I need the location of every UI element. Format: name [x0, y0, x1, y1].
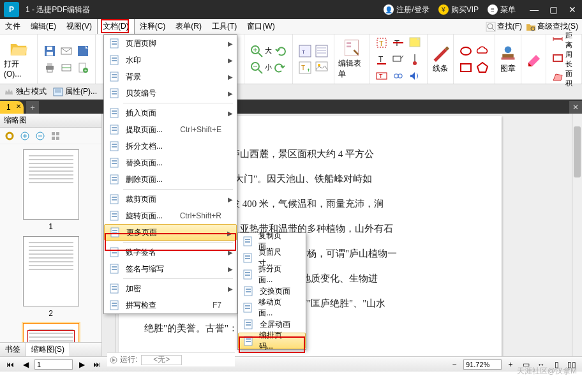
link-button[interactable] [391, 68, 406, 84]
vertical-scrollbar[interactable] [572, 114, 582, 356]
thumb-zoomout-button[interactable] [33, 129, 47, 143]
edit-form-button[interactable]: 编辑表单 [338, 39, 366, 80]
new-tab-button[interactable]: ＋ [26, 101, 39, 114]
lines-button[interactable]: 线条 [431, 44, 449, 74]
menu-window[interactable]: 窗口(W) [242, 19, 280, 34]
maximize-button[interactable]: ▢ [544, 0, 563, 19]
dd-sub-item[interactable]: 拆分页面... [238, 266, 306, 283]
form-edit-button[interactable] [314, 43, 329, 59]
dd-sub-item[interactable]: 编排页码... [238, 333, 306, 349]
zoom-in-button[interactable] [249, 43, 264, 59]
thumbnails-tab[interactable]: 缩略图(S) [26, 343, 70, 356]
single-page-button[interactable]: ▯ [550, 359, 563, 370]
dd-item[interactable]: 拼写检查F7 [104, 297, 237, 313]
menu-file[interactable]: 文件 [0, 19, 26, 34]
zoom-in-st-button[interactable]: + [504, 359, 517, 370]
add-text-button[interactable]: T+ [297, 60, 313, 75]
open-button[interactable]: 打开(O)... [4, 40, 33, 79]
print-button[interactable] [42, 60, 57, 75]
thumb-view-button[interactable] [48, 129, 63, 143]
attachment-icon[interactable] [407, 52, 422, 67]
sound-button[interactable] [407, 68, 422, 84]
close-button[interactable]: ✕ [563, 0, 582, 19]
run-select[interactable]: <无> [141, 355, 182, 365]
undo-button[interactable] [272, 43, 288, 59]
svg-rect-122 [112, 305, 117, 306]
tab-1[interactable]: 1 ✕ [0, 101, 24, 114]
buy-vip-button[interactable]: ¥ 购买VIP [438, 4, 479, 15]
stamp-button[interactable]: 图章 [499, 44, 517, 74]
minimize-button[interactable]: — [525, 0, 544, 19]
bookmarks-tab[interactable]: 书签 [0, 343, 26, 356]
dd-item[interactable]: 背景▶ [104, 68, 237, 85]
redo-button[interactable] [272, 60, 288, 75]
textbox-button[interactable]: T [374, 68, 389, 84]
fit-page-button[interactable]: ▭ [519, 359, 532, 370]
dd-item[interactable]: 数字签名▶ [104, 244, 237, 260]
dd-sub-item[interactable]: 移动页面... [238, 299, 306, 316]
menu-edit[interactable]: 编辑(E) [26, 19, 61, 34]
thumbnail-page-1[interactable]: 1 [23, 149, 79, 231]
tab-close-icon[interactable]: ✕ [16, 103, 21, 110]
dd-item[interactable]: 旋转页面...Ctrl+Shift+R [104, 207, 237, 224]
dd-item[interactable]: 插入页面▶ [104, 105, 237, 121]
dd-item[interactable]: 贝茨编号▶ [104, 85, 237, 102]
menu-comment[interactable]: 注释(C) [135, 19, 171, 34]
save-button[interactable] [42, 43, 57, 59]
highlight-button[interactable]: T [374, 35, 389, 50]
dd-item[interactable]: 替换页面... [104, 155, 237, 171]
sticky-button[interactable] [407, 35, 422, 50]
dd-item[interactable]: 拆分文档... [104, 138, 237, 155]
login-button[interactable]: 👤 注册/登录 [384, 4, 429, 15]
last-page-button[interactable]: ⏭ [91, 359, 103, 370]
menu-form[interactable]: 表单(R) [170, 19, 207, 34]
thumbnail-page-2[interactable]: 2 [23, 236, 79, 318]
perimeter-button[interactable] [551, 50, 564, 66]
prev-page-button[interactable]: ◀ [19, 359, 32, 370]
dd-item[interactable]: 裁剪页面▶ [104, 191, 237, 207]
zoom-input[interactable] [463, 359, 502, 370]
dd-item[interactable]: 加密▶ [104, 280, 237, 297]
ellipse-button[interactable] [458, 43, 474, 59]
new-doc-button[interactable]: + [75, 60, 91, 75]
first-page-button[interactable]: ⏮ [4, 359, 17, 370]
menu-view[interactable]: 视图(V) [61, 19, 97, 34]
zoom-out-button[interactable] [249, 60, 264, 75]
strike-button[interactable]: T [391, 35, 406, 50]
text-edit-button[interactable]: T [297, 43, 313, 59]
dd-item[interactable]: 签名与缩写▶ [104, 260, 237, 277]
thumbnail-page-3[interactable]: 3 [23, 323, 79, 342]
thumb-zoomin-button[interactable] [18, 129, 32, 143]
thumb-settings-button[interactable] [3, 129, 17, 143]
rect-button[interactable] [458, 60, 474, 75]
add-image-button[interactable] [314, 60, 329, 75]
page-input[interactable] [34, 359, 73, 370]
underline-button[interactable]: T [374, 52, 389, 67]
zoom-out-st-button[interactable]: − [448, 359, 461, 370]
close-panel-button[interactable]: ✕ [569, 101, 582, 114]
cloud-button[interactable] [475, 43, 490, 59]
scan-button[interactable] [59, 60, 74, 75]
area-button[interactable] [551, 70, 564, 85]
eraser-button[interactable] [526, 52, 541, 67]
facing-button[interactable]: ▯▯ [565, 359, 578, 370]
solo-mode-button[interactable]: 独占模式 [4, 86, 47, 97]
polygon-button[interactable] [475, 60, 490, 75]
email-button[interactable] [59, 43, 74, 59]
dd-item[interactable]: 页眉页脚▶ [104, 35, 237, 52]
properties-button[interactable]: 属性(P)... [53, 86, 97, 97]
next-page-button[interactable]: ▶ [75, 359, 88, 370]
dd-item[interactable]: 提取页面...Ctrl+Shift+E [104, 121, 237, 138]
find-button[interactable]: 查找(F) [486, 21, 522, 32]
distance-button[interactable] [551, 31, 564, 47]
dd-item[interactable]: 水印▶ [104, 52, 237, 68]
dd-item[interactable]: 删除页面... [104, 171, 237, 188]
menu-document[interactable]: 文档(D) [97, 19, 135, 34]
page-icon [242, 252, 253, 264]
fit-width-button[interactable]: ↔ [535, 359, 548, 370]
menu-tool[interactable]: 工具(T) [207, 19, 242, 34]
callout-button[interactable] [391, 52, 406, 67]
dd-item[interactable]: 更多页面▶ [104, 224, 237, 241]
save-as-button[interactable] [75, 43, 91, 59]
menu-button[interactable]: ≡ 菜单 [488, 4, 516, 15]
